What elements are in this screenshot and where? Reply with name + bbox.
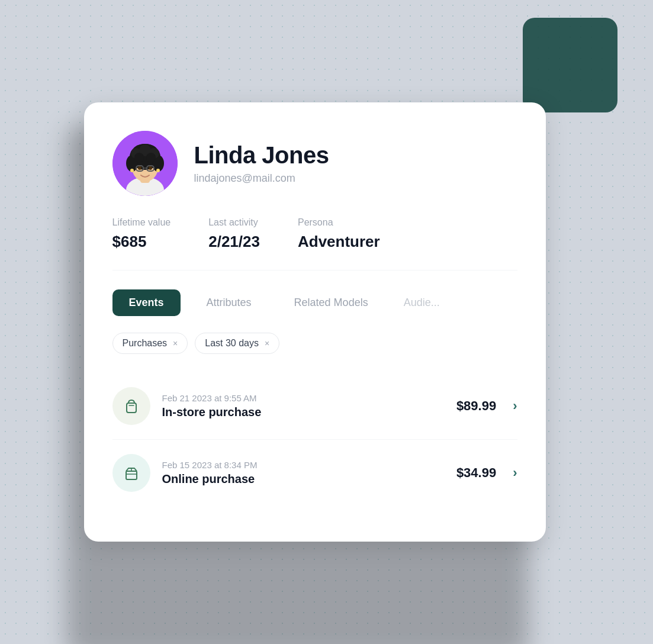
profile-section: Linda Jones lindajones@mail.com	[112, 131, 517, 196]
tab-related-models[interactable]: Related Models	[278, 289, 385, 316]
event-instore-amount: $89.99	[456, 398, 496, 414]
event-instore-right: $89.99 ›	[456, 398, 517, 414]
svg-point-17	[149, 166, 152, 170]
svg-rect-21	[126, 471, 137, 479]
filters-section: Purchases × Last 30 days ×	[112, 333, 517, 354]
profile-info: Linda Jones lindajones@mail.com	[194, 142, 329, 185]
profile-email: lindajones@mail.com	[194, 172, 329, 185]
tab-audiences[interactable]: Audie...	[394, 289, 440, 316]
svg-point-11	[134, 153, 144, 162]
stats-section: Lifetime value $685 Last activity 2/21/2…	[112, 217, 517, 271]
event-instore-chevron[interactable]: ›	[513, 398, 517, 414]
teal-decoration	[523, 18, 617, 112]
stat-last-activity-date: 2/21/23	[208, 233, 260, 251]
event-instore-name: In-store purchase	[162, 405, 445, 419]
event-instore-time: Feb 21 2023 at 9:55 AM	[162, 393, 445, 403]
filter-purchases-label: Purchases	[123, 338, 168, 349]
event-online-info: Feb 15 2023 at 8:34 PM Online purchase	[162, 460, 445, 486]
svg-point-19	[156, 169, 160, 172]
filter-chip-last30[interactable]: Last 30 days ×	[195, 333, 279, 354]
event-instore-info: Feb 21 2023 at 9:55 AM In-store purchase	[162, 393, 445, 419]
svg-rect-20	[127, 403, 136, 413]
avatar-image	[112, 131, 178, 196]
stat-last-activity: Last activity 2/21/23	[208, 217, 260, 251]
bag-icon	[123, 397, 140, 415]
event-icon-bag	[112, 387, 150, 425]
stat-persona-label: Persona	[298, 217, 380, 228]
tab-events[interactable]: Events	[112, 289, 181, 316]
event-online-time: Feb 15 2023 at 8:34 PM	[162, 460, 445, 470]
events-list: Feb 21 2023 at 9:55 AM In-store purchase…	[112, 373, 517, 506]
stat-persona-value: Adventurer	[298, 233, 380, 251]
event-online-name: Online purchase	[162, 472, 445, 486]
stat-persona: Persona Adventurer	[298, 217, 380, 251]
avatar	[112, 131, 178, 196]
stat-lifetime-value: Lifetime value $685	[112, 217, 171, 251]
tabs-section: Events Attributes Related Models Audie..…	[112, 289, 517, 316]
svg-point-18	[130, 169, 134, 172]
filter-last30-close[interactable]: ×	[265, 339, 269, 348]
box-icon	[123, 464, 140, 482]
profile-card: Linda Jones lindajones@mail.com Lifetime…	[84, 102, 546, 542]
filter-last30-label: Last 30 days	[205, 338, 259, 349]
svg-point-16	[138, 166, 141, 170]
event-online-amount: $34.99	[456, 465, 496, 481]
event-online-chevron[interactable]: ›	[513, 465, 517, 481]
event-item-instore[interactable]: Feb 21 2023 at 9:55 AM In-store purchase…	[112, 373, 517, 440]
event-online-right: $34.99 ›	[456, 465, 517, 481]
svg-point-12	[146, 153, 156, 162]
filter-purchases-close[interactable]: ×	[173, 339, 178, 348]
card-wrapper: Linda Jones lindajones@mail.com Lifetime…	[84, 102, 570, 542]
stat-lifetime-value-amount: $685	[112, 233, 171, 251]
stat-lifetime-value-label: Lifetime value	[112, 217, 171, 228]
event-item-online[interactable]: Feb 15 2023 at 8:34 PM Online purchase $…	[112, 440, 517, 506]
tab-attributes[interactable]: Attributes	[190, 289, 268, 316]
profile-name: Linda Jones	[194, 142, 329, 169]
stat-last-activity-label: Last activity	[208, 217, 260, 228]
event-icon-box	[112, 454, 150, 492]
filter-chip-purchases[interactable]: Purchases ×	[112, 333, 188, 354]
